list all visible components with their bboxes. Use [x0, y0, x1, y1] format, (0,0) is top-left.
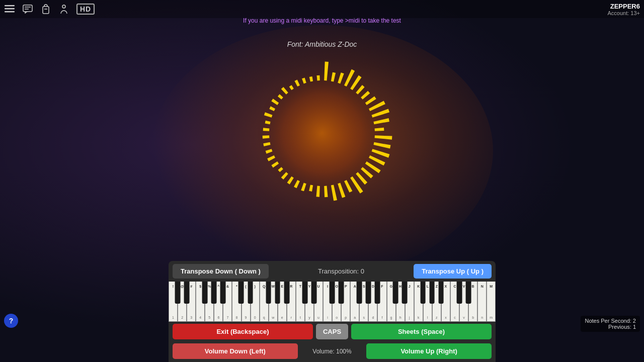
help-button[interactable]: ? — [4, 314, 18, 328]
notes-previous: Previous: 1 — [585, 324, 636, 330]
key-lower-label: x — [445, 316, 447, 319]
black-key[interactable] — [175, 282, 181, 304]
key-upper-label: * — [236, 285, 237, 288]
key-upper-label: H — [399, 285, 401, 288]
key-upper-label: & — [226, 285, 229, 288]
key-lower-label: z — [436, 316, 438, 319]
key-lower-label: c — [454, 316, 456, 319]
key-lower-label: i — [327, 316, 328, 319]
key-upper-label: L — [427, 285, 429, 288]
svg-rect-3 — [23, 5, 32, 12]
black-key[interactable] — [248, 282, 253, 304]
key-upper-label: C — [453, 285, 456, 288]
notes-per-second: Notes Per Second: 2 — [585, 318, 636, 324]
key-upper-label: ^ — [217, 285, 219, 288]
black-key[interactable] — [284, 282, 289, 304]
black-key[interactable] — [220, 282, 226, 304]
piano-keyboard: !1@2#3$4%5^6&7*8(9)0QqWwEeRrTtYyUuIiOoPp… — [169, 282, 496, 322]
key-lower-label: 3 — [190, 316, 192, 319]
key-lower-label: s — [363, 316, 365, 319]
key-lower-label: f — [381, 316, 382, 319]
black-key[interactable] — [366, 282, 371, 304]
volume-down-button[interactable]: Volume Down (Left) — [173, 343, 298, 359]
white-key[interactable]: Nn — [477, 282, 487, 322]
key-upper-label: F — [381, 285, 383, 288]
key-lower-label: k — [418, 316, 420, 319]
key-lower-label: y — [308, 316, 310, 319]
transpose-up-button[interactable]: Transpose Up ( Up ) — [414, 264, 492, 279]
key-lower-label: m — [490, 316, 493, 319]
black-key[interactable] — [420, 282, 426, 304]
black-key[interactable] — [456, 282, 462, 304]
chat-icon[interactable] — [22, 4, 33, 15]
key-upper-label: ( — [245, 285, 246, 288]
key-upper-label: P — [345, 285, 347, 288]
black-key[interactable] — [184, 282, 190, 304]
key-lower-label: 6 — [217, 316, 219, 319]
black-key[interactable] — [311, 282, 316, 304]
exit-button[interactable]: Exit (Backspace) — [173, 324, 313, 339]
key-upper-label: A — [354, 285, 356, 288]
midi-notice: If you are using a midi keyboard, type >… — [243, 17, 401, 24]
black-key[interactable] — [402, 282, 408, 304]
white-key[interactable]: Mm — [487, 282, 496, 322]
backpack-icon[interactable] — [40, 4, 51, 15]
key-lower-label: 9 — [245, 316, 247, 319]
black-key[interactable] — [275, 282, 280, 304]
hd-badge: HD — [76, 4, 95, 15]
key-lower-label: j — [409, 316, 410, 319]
black-key[interactable] — [302, 282, 307, 304]
account-info: Account: 13+ — [607, 10, 640, 16]
key-upper-label: K — [417, 285, 420, 288]
transpose-down-button[interactable]: Transpose Down ( Down ) — [173, 264, 269, 279]
key-upper-label: U — [317, 285, 320, 288]
user-info: ZEPPER6 Account: 13+ — [607, 3, 640, 16]
black-key[interactable] — [211, 282, 217, 304]
black-key[interactable] — [266, 282, 271, 304]
top-bar: HD ZEPPER6 Account: 13+ — [0, 0, 644, 18]
key-lower-label: e — [281, 316, 283, 319]
svg-rect-6 — [43, 7, 49, 14]
key-upper-label: $ — [199, 285, 201, 288]
key-upper-label: T — [299, 285, 301, 288]
key-upper-label: G — [390, 285, 392, 288]
key-upper-label: W — [271, 285, 275, 288]
sheets-button[interactable]: Sheets (Space) — [351, 324, 492, 339]
menu-icon[interactable] — [4, 4, 15, 15]
circle-visualizer — [236, 48, 408, 219]
character-icon[interactable] — [58, 4, 69, 15]
top-icons: HD — [4, 4, 95, 15]
black-key[interactable] — [438, 282, 444, 304]
black-key[interactable] — [465, 282, 471, 304]
key-upper-label: I — [327, 285, 328, 288]
key-lower-label: 8 — [236, 316, 238, 319]
svg-point-8 — [62, 5, 65, 8]
key-upper-label: Q — [263, 285, 265, 288]
black-key[interactable] — [429, 282, 435, 304]
black-key[interactable] — [357, 282, 362, 304]
black-key[interactable] — [375, 282, 380, 304]
black-key[interactable] — [393, 282, 398, 304]
black-key[interactable] — [339, 282, 344, 304]
svg-rect-1 — [5, 8, 15, 10]
white-keys-container: !1@2#3$4%5^6&7*8(9)0QqWwEeRrTtYyUuIiOoPp… — [169, 282, 496, 322]
key-lower-label: g — [390, 316, 392, 319]
key-upper-label: ) — [254, 285, 255, 288]
black-key[interactable] — [202, 282, 208, 304]
svg-rect-2 — [5, 11, 15, 13]
notes-info: Notes Per Second: 2 Previous: 1 — [581, 316, 640, 332]
black-key[interactable] — [330, 282, 335, 304]
black-key[interactable] — [238, 282, 244, 304]
svg-point-9 — [257, 68, 387, 199]
caps-button[interactable]: CAPS — [316, 324, 348, 339]
key-lower-label: o — [336, 316, 338, 319]
key-lower-label: q — [263, 316, 265, 319]
svg-rect-0 — [5, 5, 15, 7]
key-lower-label: u — [317, 316, 319, 319]
key-upper-label: B — [472, 285, 474, 288]
volume-up-button[interactable]: Volume Up (Right) — [366, 343, 492, 359]
key-lower-label: 4 — [199, 316, 201, 319]
username: ZEPPER6 — [607, 3, 640, 10]
key-lower-label: 5 — [208, 316, 210, 319]
circle-svg — [236, 48, 408, 219]
